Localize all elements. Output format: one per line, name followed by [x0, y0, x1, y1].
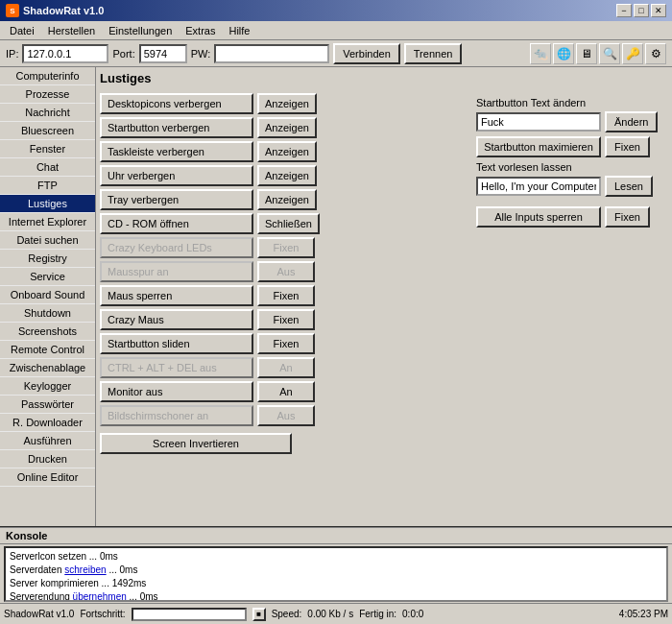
sidebar-item-prozesse[interactable]: Prozesse [0, 85, 95, 104]
connect-button[interactable]: Verbinden [333, 43, 400, 64]
app-title: ShadowRat v1.0 [23, 5, 104, 16]
action-secondary-button[interactable]: Anzeigen [257, 93, 317, 114]
progress-stop-button[interactable]: ■ [252, 608, 266, 621]
disconnect-button[interactable]: Trennen [404, 43, 463, 64]
content-area: Lustiges Desktopicons verbergenAnzeigenS… [96, 67, 672, 526]
action-row: CTRL + ALT + DEL ausAn [100, 357, 467, 378]
action-secondary-button[interactable]: Fixen [257, 333, 315, 354]
action-secondary-button[interactable]: Anzeigen [257, 141, 317, 162]
statusbar-speed-label: Speed: [272, 609, 302, 619]
sidebar-item-screenshots[interactable]: Screenshots [0, 323, 95, 341]
action-main-button[interactable]: Crazy Maus [100, 309, 253, 330]
action-secondary-button[interactable]: An [257, 381, 315, 402]
icon-btn-6[interactable]: ⚙ [645, 43, 666, 64]
action-main-button: CTRL + ALT + DEL aus [100, 357, 253, 378]
section2-title: Text vorlesen lassen [476, 161, 668, 173]
menu-herstellen[interactable]: Herstellen [42, 23, 102, 38]
sidebar-item-rdownloader[interactable]: R. Downloader [0, 414, 95, 432]
alle-inputs-button[interactable]: Alle Inputs sperren [476, 206, 601, 228]
sidebar-item-computerinfo[interactable]: Computerinfo [0, 67, 95, 85]
action-secondary-button[interactable]: Schließen [257, 213, 320, 234]
menu-datei[interactable]: Datei [4, 23, 40, 38]
action-secondary-button[interactable]: Fixen [257, 309, 315, 330]
sidebar-item-bluescreen[interactable]: Bluescreen [0, 122, 95, 140]
menu-hilfe[interactable]: Hilfe [223, 23, 255, 38]
sidebar-item-keylogger[interactable]: Keylogger [0, 377, 95, 396]
sidebar-item-ie[interactable]: Internet Explorer [0, 213, 95, 231]
sidebar: Computerinfo Prozesse Nachricht Bluescre… [0, 67, 96, 526]
action-secondary-button: Aus [257, 405, 315, 426]
sidebar-item-service[interactable]: Service [0, 268, 95, 286]
minimize-button[interactable]: − [616, 4, 632, 17]
main-layout: Computerinfo Prozesse Nachricht Bluescre… [0, 67, 672, 526]
action-secondary-button[interactable]: Anzeigen [257, 117, 317, 138]
menu-extras[interactable]: Extras [180, 23, 221, 38]
sidebar-item-chat[interactable]: Chat [0, 158, 95, 177]
sidebar-item-onlineeditor[interactable]: Online Editor [0, 468, 95, 487]
sidebar-item-ftp[interactable]: FTP [0, 177, 95, 195]
sidebar-item-dateisuchen[interactable]: Datei suchen [0, 231, 95, 250]
action-secondary-button: An [257, 357, 315, 378]
close-button[interactable]: ✕ [651, 4, 666, 17]
action-main-button[interactable]: Desktopicons verbergen [100, 93, 253, 114]
maximize-button[interactable]: □ [634, 4, 649, 17]
action-row: Crazy MausFixen [100, 309, 467, 330]
screen-invert-button[interactable]: Screen Invertieren [100, 433, 292, 454]
sidebar-item-onboardsound[interactable]: Onboard Sound [0, 286, 95, 304]
aendern-button[interactable]: Ändern [605, 111, 658, 132]
action-main-button[interactable]: Monitor aus [100, 381, 253, 402]
lesen-text-input[interactable] [476, 177, 601, 196]
ip-input[interactable] [22, 44, 108, 63]
action-row: Taskleiste verbergenAnzeigen [100, 141, 467, 162]
statusbar-speed-value: 0.00 Kb / s [307, 609, 353, 619]
console-title: Konsole [0, 528, 672, 544]
action-main-button[interactable]: CD - ROM öffnen [100, 213, 253, 234]
sidebar-item-lustiges[interactable]: Lustiges [0, 195, 95, 213]
sidebar-item-shutdown[interactable]: Shutdown [0, 304, 95, 323]
icon-btn-4[interactable]: 🔍 [599, 43, 620, 64]
icon-btn-2[interactable]: 🌐 [553, 43, 574, 64]
sidebar-item-registry[interactable]: Registry [0, 250, 95, 268]
port-input[interactable] [139, 44, 187, 63]
lustiges-left: Desktopicons verbergenAnzeigenStartbutto… [100, 93, 467, 454]
fixen-button-2[interactable]: Fixen [605, 206, 650, 228]
action-main-button[interactable]: Uhr verbergen [100, 165, 253, 186]
lesen-button[interactable]: Lesen [605, 176, 653, 197]
sidebar-item-passwoerter[interactable]: Passwörter [0, 396, 95, 414]
action-main-button[interactable]: Startbutton sliden [100, 333, 253, 354]
fixen-button-1[interactable]: Fixen [605, 136, 650, 157]
action-main-button[interactable]: Taskleiste verbergen [100, 141, 253, 162]
menu-einstellungen[interactable]: Einstellungen [103, 23, 178, 38]
startbutton-text-input[interactable] [476, 112, 601, 132]
action-row: Startbutton slidenFixen [100, 333, 467, 354]
sidebar-item-nachricht[interactable]: Nachricht [0, 104, 95, 122]
icon-btn-1[interactable]: 🐀 [530, 43, 551, 64]
action-row: Crazy Keyboard LEDsFixen [100, 237, 467, 258]
pw-input[interactable] [214, 44, 329, 63]
action-row: Desktopicons verbergenAnzeigen [100, 93, 467, 114]
action-main-button[interactable]: Maus sperren [100, 285, 253, 306]
sidebar-item-remotecontrol[interactable]: Remote Control [0, 341, 95, 359]
startbutton-max-button[interactable]: Startbutton maximieren [476, 136, 601, 157]
sidebar-item-zwischenablage[interactable]: Zwischenablage [0, 359, 95, 377]
sidebar-item-fenster[interactable]: Fenster [0, 140, 95, 158]
alle-inputs-row: Alle Inputs sperren Fixen [476, 206, 668, 228]
action-main-button: Mausspur an [100, 261, 253, 282]
action-row: Monitor ausAn [100, 381, 467, 402]
action-main-button[interactable]: Tray verbergen [100, 189, 253, 210]
toolbar: IP: Port: PW: Verbinden Trennen 🐀 🌐 🖥 🔍 … [0, 40, 672, 67]
action-secondary-button[interactable]: Fixen [257, 285, 315, 306]
icon-btn-5[interactable]: 🔑 [622, 43, 643, 64]
startbutton-text-row: Ändern [476, 111, 668, 132]
content-title: Lustiges [100, 71, 668, 87]
action-secondary-button: Aus [257, 261, 315, 282]
sidebar-item-drucken[interactable]: Drucken [0, 450, 95, 468]
lesen-text-row: Lesen [476, 176, 668, 197]
icon-btn-3[interactable]: 🖥 [576, 43, 597, 64]
sidebar-item-ausfuehren[interactable]: Ausführen [0, 432, 95, 450]
lustiges-grid: Desktopicons verbergenAnzeigenStartbutto… [100, 93, 668, 454]
action-secondary-button[interactable]: Anzeigen [257, 189, 317, 210]
window-controls: − □ ✕ [616, 4, 666, 17]
action-secondary-button[interactable]: Anzeigen [257, 165, 317, 186]
action-main-button[interactable]: Startbutton verbergen [100, 117, 253, 138]
